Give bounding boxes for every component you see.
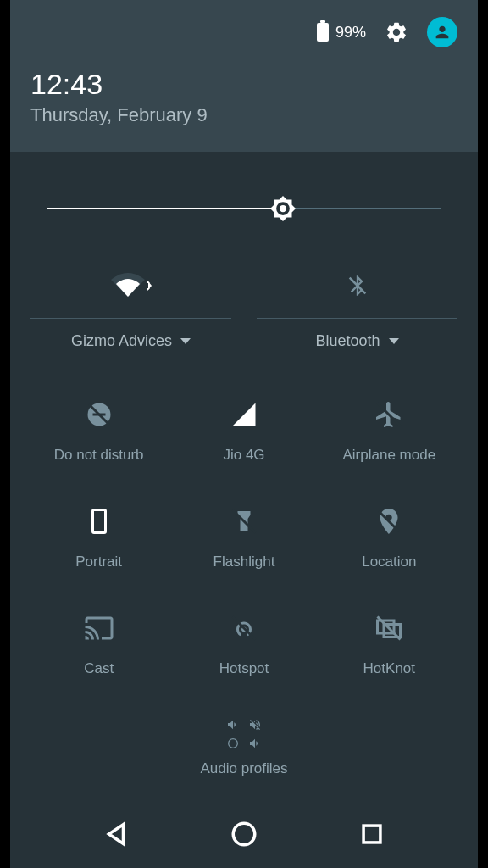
wifi-tile[interactable]: Gizmo Advices: [30, 269, 231, 350]
svg-point-16: [229, 739, 238, 748]
flashlight-tile[interactable]: Flashlight: [175, 504, 312, 570]
svg-rect-18: [363, 826, 380, 843]
divider: [257, 318, 458, 319]
tile-label: Location: [362, 554, 416, 570]
cast-icon: [84, 611, 114, 645]
bluetooth-tile[interactable]: Bluetooth: [257, 269, 458, 350]
tile-label: Hotspot: [219, 660, 269, 677]
audio-profiles-tile[interactable]: Audio profiles: [30, 718, 458, 777]
hotspot-icon: [229, 611, 259, 645]
battery-indicator: 99%: [317, 23, 366, 42]
bluetooth-label: Bluetooth: [315, 332, 380, 350]
hotspot-tile[interactable]: Hotspot: [175, 611, 312, 677]
clock[interactable]: 12:43: [30, 68, 458, 101]
tile-label: Cast: [84, 660, 114, 677]
location-icon: [374, 504, 404, 538]
airplane-icon: [374, 398, 404, 431]
flashlight-icon: [229, 504, 259, 538]
tile-label: Do not disturb: [54, 447, 144, 464]
user-avatar-button[interactable]: [427, 17, 458, 47]
battery-icon: [317, 23, 329, 42]
divider: [30, 318, 231, 319]
hotknot-icon: [374, 611, 404, 645]
recent-apps-button[interactable]: [358, 820, 386, 852]
brightness-fill: [47, 208, 283, 209]
quick-settings-panel: 99% 12:43 Thursday, February 9: [10, 0, 478, 868]
wide-tiles: Gizmo Advices Bluetooth: [30, 269, 458, 350]
svg-marker-1: [147, 280, 150, 283]
settings-button[interactable]: [385, 20, 408, 44]
cast-tile[interactable]: Cast: [30, 611, 167, 677]
tile-label: Airplane mode: [343, 447, 436, 464]
back-button[interactable]: [102, 820, 130, 852]
svg-line-12: [232, 617, 255, 640]
airplane-tile[interactable]: Airplane mode: [321, 398, 458, 464]
dnd-tile[interactable]: Do not disturb: [30, 398, 167, 464]
svg-marker-2: [147, 288, 150, 292]
navigation-bar: [10, 804, 478, 868]
chevron-down-icon: [180, 338, 191, 344]
bluetooth-icon: [346, 269, 369, 303]
brightness-slider[interactable]: [47, 196, 441, 221]
tile-label: Flashlight: [214, 554, 275, 570]
svg-point-17: [233, 823, 255, 845]
svg-rect-8: [92, 510, 105, 533]
home-button[interactable]: [230, 820, 258, 852]
portrait-icon: [84, 504, 114, 538]
chevron-down-icon: [389, 338, 399, 344]
bluetooth-label-row[interactable]: Bluetooth: [315, 332, 398, 350]
header: 99% 12:43 Thursday, February 9: [10, 0, 478, 152]
rotation-tile[interactable]: Portrait: [30, 504, 167, 570]
signal-icon: [229, 398, 259, 431]
quick-settings-content: Gizmo Advices Bluetooth Do: [10, 152, 478, 777]
tile-label: Portrait: [75, 554, 122, 570]
cellular-tile[interactable]: Jio 4G: [175, 398, 312, 464]
wifi-label-row[interactable]: Gizmo Advices: [71, 332, 191, 350]
wifi-icon: [111, 269, 152, 303]
date[interactable]: Thursday, February 9: [30, 104, 458, 126]
location-tile[interactable]: Location: [321, 504, 458, 570]
tile-label: HotKnot: [363, 660, 415, 677]
brightness-thumb-icon[interactable]: [268, 193, 298, 224]
status-row: 99%: [30, 17, 458, 47]
tile-grid: Do not disturb Jio 4G Airplane mode Port…: [30, 398, 458, 677]
svg-rect-9: [95, 513, 103, 528]
battery-percent: 99%: [336, 24, 366, 42]
tile-label: Jio 4G: [223, 447, 264, 464]
hotknot-tile[interactable]: HotKnot: [321, 611, 458, 677]
audio-profiles-icon: [226, 718, 262, 750]
wifi-label: Gizmo Advices: [71, 332, 172, 350]
dnd-icon: [84, 398, 114, 431]
tile-label: Audio profiles: [200, 760, 287, 777]
